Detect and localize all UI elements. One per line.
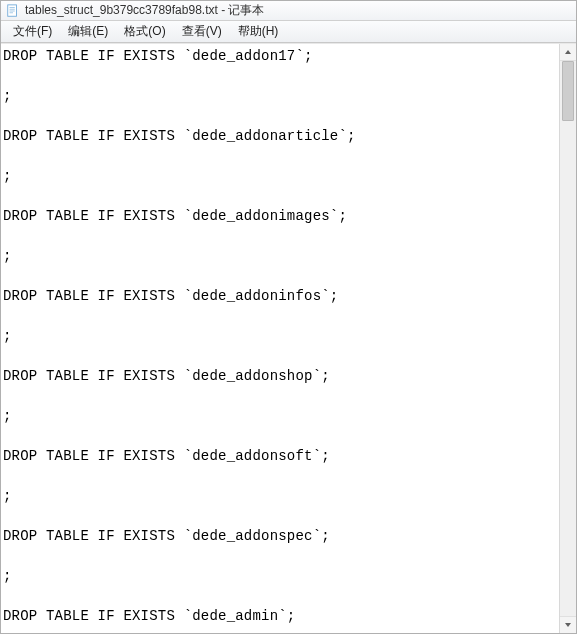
titlebar[interactable]: tables_struct_9b379cc3789fab98.txt - 记事本 [1, 1, 576, 21]
notepad-icon [5, 3, 21, 19]
menu-file[interactable]: 文件(F) [5, 21, 60, 42]
editor-viewport[interactable]: DROP TABLE IF EXISTS `dede_addon17`; ; D… [1, 44, 559, 633]
editor-content[interactable]: DROP TABLE IF EXISTS `dede_addon17`; ; D… [3, 46, 557, 633]
menu-edit[interactable]: 编辑(E) [60, 21, 116, 42]
scroll-thumb[interactable] [562, 61, 574, 121]
svg-marker-6 [565, 623, 571, 627]
menu-format[interactable]: 格式(O) [116, 21, 173, 42]
vertical-scrollbar[interactable] [559, 44, 576, 633]
menu-view[interactable]: 查看(V) [174, 21, 230, 42]
menu-help[interactable]: 帮助(H) [230, 21, 287, 42]
window-title: tables_struct_9b379cc3789fab98.txt - 记事本 [25, 2, 264, 19]
scroll-track[interactable] [560, 61, 576, 616]
menubar: 文件(F) 编辑(E) 格式(O) 查看(V) 帮助(H) [1, 21, 576, 43]
editor-wrap: DROP TABLE IF EXISTS `dede_addon17`; ; D… [1, 43, 576, 633]
scroll-down-button[interactable] [560, 616, 577, 633]
scroll-up-button[interactable] [560, 44, 577, 61]
svg-marker-5 [565, 50, 571, 54]
